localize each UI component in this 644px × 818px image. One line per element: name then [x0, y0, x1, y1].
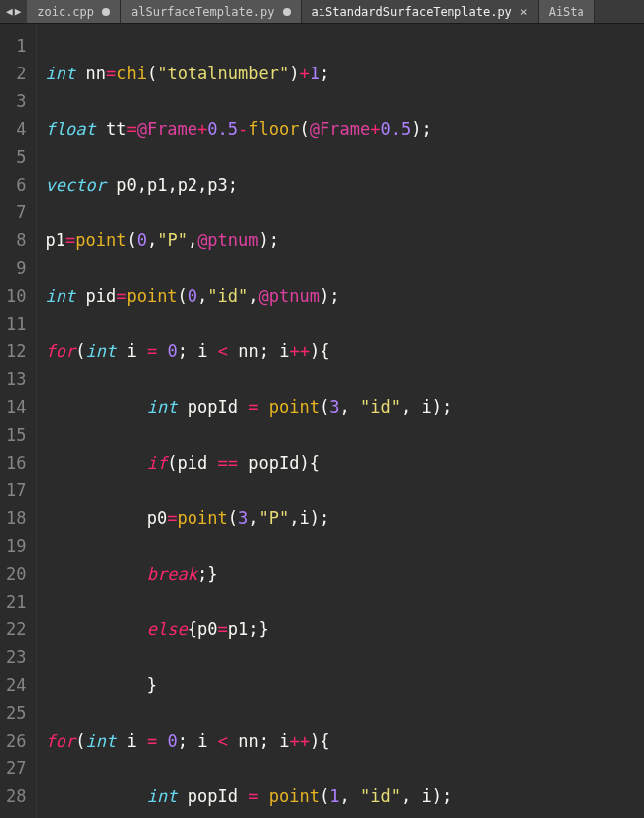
code-line: float tt=@Frame+0.5-floor(@Frame+0.5); [45, 115, 644, 143]
editor: 1 2 3 4 5 6 7 8 9 10 11 12 13 14 15 16 1… [0, 24, 644, 818]
tab-alsurface[interactable]: alSurfaceTemplate.py [121, 0, 302, 23]
code-line: for(int i = 0; i < nn; i++){ [45, 338, 644, 365]
line-number: 11 [6, 310, 26, 338]
line-number: 8 [6, 226, 26, 254]
code-line: else{p0=p1;} [45, 615, 644, 643]
line-number: 9 [6, 254, 26, 282]
line-number: 25 [6, 699, 26, 727]
code-line: if(pid == popId){ [45, 449, 644, 477]
line-number: 22 [6, 615, 26, 643]
line-number: 15 [6, 421, 26, 449]
code-line: int popId = point(3, "id", i); [45, 393, 644, 421]
code-line: p1=point(0,"P",@ptnum); [45, 226, 644, 254]
line-number: 4 [6, 115, 26, 143]
line-number: 16 [6, 449, 26, 477]
tab-aista[interactable]: AiSta [539, 0, 595, 23]
nav-forward-icon[interactable]: ▶ [15, 5, 22, 18]
line-gutter: 1 2 3 4 5 6 7 8 9 10 11 12 13 14 15 16 1… [0, 24, 37, 818]
tab-aistandard[interactable]: aiStandardSurfaceTemplate.py × [302, 0, 539, 23]
line-number: 28 [6, 782, 26, 810]
line-number: 3 [6, 87, 26, 115]
line-number: 17 [6, 477, 26, 504]
code-line: vector p0,p1,p2,p3; [45, 171, 644, 199]
line-number: 18 [6, 504, 26, 532]
line-number: 13 [6, 365, 26, 393]
code-line: int pid=point(0,"id",@ptnum); [45, 282, 644, 310]
close-icon[interactable]: × [520, 4, 528, 19]
code-line: p0=point(3,"P",i); [45, 504, 644, 532]
code-line: int nn=chi("totalnumber")+1; [45, 60, 644, 87]
line-number: 14 [6, 393, 26, 421]
line-number: 1 [6, 32, 26, 60]
tab-label: AiSta [549, 5, 584, 19]
line-number: 26 [6, 727, 26, 754]
code-line: break;} [45, 560, 644, 588]
tabs: zoic.cpp alSurfaceTemplate.py aiStandard… [27, 0, 644, 23]
modified-dot-icon [283, 8, 291, 16]
line-number: 10 [6, 282, 26, 310]
nav-arrows: ◀ ▶ [0, 0, 27, 23]
code-area[interactable]: int nn=chi("totalnumber")+1; float tt=@F… [37, 24, 644, 818]
tab-label: aiStandardSurfaceTemplate.py [312, 5, 512, 19]
top-bar: ◀ ▶ zoic.cpp alSurfaceTemplate.py aiStan… [0, 0, 644, 24]
line-number: 2 [6, 60, 26, 87]
line-number: 6 [6, 171, 26, 199]
modified-dot-icon [102, 8, 110, 16]
code-line: for(int i = 0; i < nn; i++){ [45, 727, 644, 754]
line-number: 7 [6, 199, 26, 226]
tab-label: zoic.cpp [37, 5, 94, 19]
code-line: } [45, 671, 644, 699]
line-number: 24 [6, 671, 26, 699]
line-number: 5 [6, 143, 26, 171]
tab-label: alSurfaceTemplate.py [131, 5, 275, 19]
line-number: 12 [6, 338, 26, 365]
code-line: int popId = point(1, "id", i); [45, 782, 644, 810]
line-number: 21 [6, 588, 26, 615]
tab-zoic[interactable]: zoic.cpp [27, 0, 121, 23]
line-number: 23 [6, 643, 26, 671]
line-number: 19 [6, 532, 26, 560]
line-number: 27 [6, 754, 26, 782]
line-number: 20 [6, 560, 26, 588]
nav-back-icon[interactable]: ◀ [6, 5, 13, 18]
